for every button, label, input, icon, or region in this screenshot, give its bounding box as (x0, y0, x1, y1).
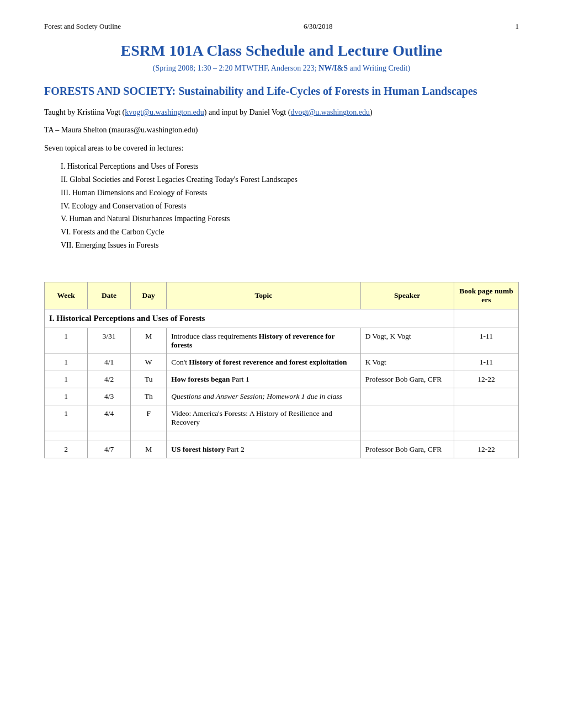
cell-speaker (360, 388, 454, 405)
col-header-speaker: Speaker (360, 282, 454, 309)
cell-speaker: D Vogt, K Vogt (360, 328, 454, 354)
col-header-date: Date (88, 282, 131, 309)
schedule-table: Week Date Day Topic Speaker Book page nu… (44, 282, 519, 458)
cell-week: 1 (45, 328, 88, 354)
table-row: 1 4/1 W Con't History of forest reverenc… (45, 354, 519, 371)
table-row: 1 3/31 M Introduce class requirements Hi… (45, 328, 519, 354)
cell-book (454, 405, 518, 431)
table-row: 2 4/7 M US forest history Part 2 Profess… (45, 441, 519, 458)
cell-topic: Con't History of forest reverence and fo… (167, 354, 360, 371)
col-header-day: Day (131, 282, 167, 309)
topic-bold: How forests began (171, 375, 230, 383)
section-title-cell: I. Historical Perceptions and Uses of Fo… (45, 309, 454, 328)
cell-date: 3/31 (88, 328, 131, 354)
cell-day: F (131, 405, 167, 431)
email1-link[interactable]: kvogt@u.washington.edu (125, 108, 204, 116)
topic-pre: Video: America's Forests: A History of R… (171, 409, 332, 426)
subtitle-bold: NW/I&S (318, 64, 348, 72)
col-header-week: Week (45, 282, 88, 309)
cell-topic: Introduce class requirements History of … (167, 328, 360, 354)
cell-topic: How forests began Part 1 (167, 371, 360, 388)
cell-day: M (131, 328, 167, 354)
taught-by-text: Taught by Kristiina Vogt ( (44, 108, 125, 116)
cell-day: W (131, 354, 167, 371)
topic-post: Part 1 (230, 375, 249, 383)
col-header-book: Book page numbers (454, 282, 518, 309)
cell-topic: Video: America's Forests: A History of R… (167, 405, 360, 431)
cell-week: 1 (45, 371, 88, 388)
page-header: Forest and Society Outline 6/30/2018 1 (44, 22, 519, 31)
subtitle-and: and Writing Credit (348, 64, 407, 72)
email2-link[interactable]: dvogt@u.washington.edu (290, 108, 370, 116)
cell-book: 1-11 (454, 328, 518, 354)
cell-speaker: Professor Bob Gara, CFR (360, 441, 454, 458)
cell-day: M (131, 441, 167, 458)
list-item: II. Global Societies and Forest Legacies… (61, 173, 519, 186)
header-center: 6/30/2018 (304, 22, 333, 31)
topic-italic: Questions and Answer Session; Homework 1… (171, 392, 342, 400)
cell-date: 4/2 (88, 371, 131, 388)
list-item: V. Human and Natural Disturbances Impact… (61, 212, 519, 226)
cell-date: 4/3 (88, 388, 131, 405)
cell-speaker: Professor Bob Gara, CFR (360, 371, 454, 388)
cell-day: Tu (131, 371, 167, 388)
topic-bold: History of forest reverence and forest e… (189, 358, 347, 366)
cell-book: 12-22 (454, 441, 518, 458)
cell-empty (88, 431, 131, 441)
subtitle-plain: (Spring 2008; 1:30 – 2:20 MTWTHF, Anders… (153, 64, 318, 72)
intro-text: Seven topical areas to be covered in lec… (44, 142, 519, 154)
table-row: 1 4/2 Tu How forests began Part 1 Profes… (45, 371, 519, 388)
header-left: Forest and Society Outline (44, 22, 121, 31)
cell-speaker: K Vogt (360, 354, 454, 371)
section-header-row: I. Historical Perceptions and Uses of Fo… (45, 309, 519, 328)
table-row-empty (45, 431, 519, 441)
topic-pre: Con't (171, 358, 189, 366)
cell-week: 2 (45, 441, 88, 458)
cell-date: 4/4 (88, 405, 131, 431)
table-row: 1 4/4 F Video: America's Forests: A Hist… (45, 405, 519, 431)
page-title: ESRM 101A Class Schedule and Lecture Out… (44, 42, 519, 60)
list-item: VI. Forests and the Carbon Cycle (61, 226, 519, 239)
topical-areas-list: I. Historical Perceptions and Uses of Fo… (61, 160, 519, 252)
cell-date: 4/1 (88, 354, 131, 371)
cell-empty (45, 431, 88, 441)
cell-date: 4/7 (88, 441, 131, 458)
topic-pre: Introduce class requirements (171, 332, 259, 340)
cell-week: 1 (45, 388, 88, 405)
cell-book (454, 388, 518, 405)
cell-week: 1 (45, 405, 88, 431)
header-right: 1 (516, 22, 519, 31)
subtitle: (Spring 2008; 1:30 – 2:20 MTWTHF, Anders… (44, 64, 519, 73)
taught-by2-text: ) and input by Daniel Vogt ( (204, 108, 291, 116)
list-item: I. Historical Perceptions and Uses of Fo… (61, 160, 519, 173)
cell-speaker (360, 405, 454, 431)
ta-line: TA – Maura Shelton (mauras@u.washington.… (44, 124, 519, 136)
cell-book: 1-11 (454, 354, 518, 371)
taught-by-line: Taught by Kristiina Vogt (kvogt@u.washin… (44, 106, 519, 119)
list-item: IV. Ecology and Conservation of Forests (61, 200, 519, 213)
list-item: III. Human Dimensions and Ecology of For… (61, 186, 519, 200)
table-row: 1 4/3 Th Questions and Answer Session; H… (45, 388, 519, 405)
col-header-topic: Topic (167, 282, 360, 309)
section-book-cell (454, 309, 518, 328)
cell-topic: Questions and Answer Session; Homework 1… (167, 388, 360, 405)
cell-week: 1 (45, 354, 88, 371)
cell-empty (454, 431, 518, 441)
cell-book: 12-22 (454, 371, 518, 388)
topic-bold: US forest history (171, 445, 225, 453)
cell-day: Th (131, 388, 167, 405)
taught-by3-text: ) (370, 108, 373, 116)
cell-topic: US forest history Part 2 (167, 441, 360, 458)
cell-empty (131, 431, 167, 441)
cell-empty (167, 431, 360, 441)
list-item: VII. Emerging Issues in Forests (61, 239, 519, 252)
topic-post: Part 2 (225, 445, 244, 453)
cell-empty (360, 431, 454, 441)
section-heading: FORESTS AND SOCIETY: Sustainability and … (44, 84, 519, 99)
